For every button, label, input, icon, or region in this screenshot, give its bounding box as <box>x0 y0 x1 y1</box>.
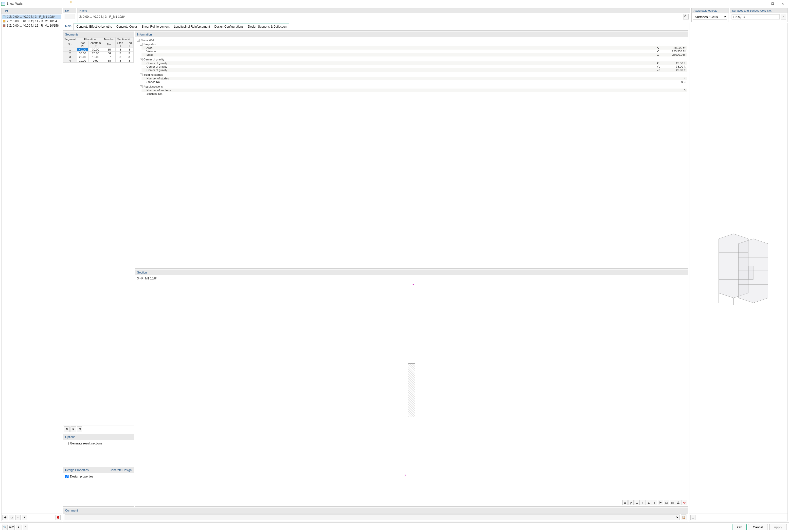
sect-tool-grid[interactable]: ⊞ <box>634 500 640 505</box>
tab-concrete-cover[interactable]: Concrete Cover <box>114 23 139 30</box>
sect-tool-dim1[interactable]: ⊥ <box>646 500 651 505</box>
pick-surfaces-button[interactable]: ↗ <box>781 14 786 19</box>
list-item-label: 1 Z: 0.00 ... 40.00 ft | 3 - R_M1 10/84 <box>7 15 56 19</box>
list-item-label: 2 Z: 0.00 ... 40.00 ft | 11 - R_M1 10/84 <box>7 19 57 23</box>
maximize-button[interactable]: ☐ <box>768 1 777 7</box>
delete-button[interactable]: ✖ <box>55 515 61 520</box>
new-item-button[interactable]: ✚ <box>2 515 8 520</box>
svg-rect-6 <box>748 266 753 280</box>
info-row: Number of stories4 <box>141 77 687 80</box>
info-row: Center of gravityXc23.50 ft <box>141 61 687 65</box>
info-row: AreaA280.00 ft² <box>141 46 687 50</box>
no-input[interactable] <box>64 14 75 19</box>
model-button[interactable]: ★ <box>16 525 21 530</box>
sect-tool-axes[interactable]: ↕ <box>640 500 646 505</box>
tab-design-supports-deflection[interactable]: Design Supports & Deflection <box>246 23 289 30</box>
seg-tool-1[interactable]: ⇅ <box>64 426 70 432</box>
info-row: MassG33600.0 lb <box>141 53 687 56</box>
options-header: Options <box>63 434 134 440</box>
sect-tool-dim2[interactable]: ⊤ <box>652 500 657 505</box>
table-row[interactable]: 140.0030.008533 <box>63 48 134 52</box>
check-all-button[interactable]: ✓ <box>15 515 21 520</box>
view3d-tool-iso[interactable]: ◫ <box>690 515 696 520</box>
color-swatch <box>3 24 5 27</box>
surfaces-header: Surfaces and Surface Cells No. <box>730 8 788 13</box>
sect-tool-dim3[interactable]: ⊢ <box>658 500 663 505</box>
sect-tool-fit[interactable]: ╔ <box>628 500 634 505</box>
model-3d-preview[interactable] <box>689 23 788 513</box>
section-name: 3 - R_M1 10/84 <box>135 275 688 282</box>
sect-tool-hatch[interactable]: ▤ <box>664 500 669 505</box>
sect-tool-view[interactable]: ▦ <box>622 500 628 505</box>
info-row: VolumeV233.333 ft³ <box>141 50 687 53</box>
segments-table[interactable]: SegmentElevationMemberSection No.No.Ztop… <box>63 37 134 425</box>
sect-tool-print[interactable]: 🖶 <box>676 500 681 505</box>
precision-button[interactable]: 0,00 <box>9 525 15 530</box>
surfaces-input[interactable] <box>732 14 780 19</box>
list-item[interactable]: 1 Z: 0.00 ... 40.00 ft | 3 - R_M1 10/84 <box>2 15 61 19</box>
tab-bar: Main Concrete Effective LengthsConcrete … <box>63 23 688 31</box>
design-properties-checkbox[interactable]: Design properties <box>65 475 132 478</box>
units-button[interactable]: 🔍 <box>2 525 8 530</box>
color-swatch <box>3 16 5 18</box>
tab-concrete-effective-lengths[interactable]: Concrete Effective Lengths <box>74 23 114 30</box>
comment-header: Comment <box>63 508 688 513</box>
y-axis-label: y <box>405 474 406 476</box>
concrete-design-label: Concrete Design <box>110 468 132 472</box>
sect-tool-table[interactable]: ▥ <box>670 500 675 505</box>
generate-label: Generate result sections <box>70 442 102 445</box>
tab-design-configurations[interactable]: Design Configurations <box>212 23 246 30</box>
table-row[interactable]: 230.0020.008633 <box>63 52 134 55</box>
seg-tool-2[interactable]: ⎘ <box>71 426 76 432</box>
list-item[interactable]: 3 Z: 0.00 ... 40.00 ft | 12 - R_M1 10/15… <box>2 23 61 28</box>
design-props-header: Design Properties <box>65 468 89 472</box>
seg-tool-3[interactable]: ⊞ <box>77 426 82 432</box>
section-header: Section <box>135 270 688 275</box>
copy-item-button[interactable]: ⧉ <box>9 515 14 520</box>
list-item[interactable]: 2 Z: 0.00 ... 40.00 ft | 11 - R_M1 10/84 <box>2 19 61 23</box>
table-row[interactable]: 320.0010.008733 <box>63 55 134 59</box>
no-header: No. <box>63 8 76 13</box>
segments-header: Segments <box>63 32 134 37</box>
title-bar: Shear Walls — ☐ ✕ <box>0 0 789 7</box>
info-row: Center of gravityYc-33.00 ft <box>141 65 687 68</box>
sect-tool-reset[interactable]: ⟲ <box>681 500 687 505</box>
z-axis-label: z+ <box>411 283 414 286</box>
cursor-arrow-icon: ⬇ <box>70 0 73 4</box>
uncheck-all-button[interactable]: ✗ <box>22 515 27 520</box>
name-edit-button[interactable]: 🖉 <box>683 14 689 19</box>
app-icon <box>1 2 5 6</box>
section-preview <box>408 363 415 417</box>
tab-longitudinal-reinforcement[interactable]: Longitudinal Reinforcement <box>172 23 212 30</box>
tab-shear-reinforcement[interactable]: Shear Reinforcement <box>139 23 172 30</box>
cancel-button[interactable]: Cancel <box>748 524 768 530</box>
generate-result-sections-checkbox[interactable]: Generate result sections <box>65 442 132 445</box>
info-row: Number of sections0 <box>141 89 687 92</box>
color-swatch <box>3 20 5 22</box>
comment-pick-button[interactable]: 📋 <box>681 514 687 520</box>
minimize-button[interactable]: — <box>757 1 767 7</box>
window-title: Shear Walls <box>7 2 757 5</box>
name-value: Z: 0.00 ... 40.00 ft | 3 - R_M1 10/84 <box>79 15 126 19</box>
assignable-header: Assignable objects <box>692 8 729 13</box>
design-properties-label: Design properties <box>70 475 93 478</box>
ok-button[interactable]: OK <box>733 524 747 530</box>
assignable-select[interactable]: Surfaces / Cells <box>693 14 727 20</box>
info-row: Sections No. <box>141 92 687 95</box>
info-row: Center of gravityZc20.00 ft <box>141 68 687 72</box>
comment-input[interactable] <box>64 514 679 520</box>
fx-button[interactable]: fx <box>23 525 28 530</box>
list-header: List <box>1 8 62 14</box>
close-button[interactable]: ✕ <box>778 1 788 7</box>
table-row[interactable]: 410.000.008833 <box>63 59 134 63</box>
information-header: Information <box>135 32 688 37</box>
list-item-label: 3 Z: 0.00 ... 40.00 ft | 12 - R_M1 10/15… <box>7 24 59 27</box>
info-row: Stories No.0-3 <box>141 80 687 83</box>
name-header: Name <box>77 8 690 13</box>
apply-button[interactable]: Apply <box>769 524 787 530</box>
tab-main[interactable]: Main <box>63 23 74 30</box>
